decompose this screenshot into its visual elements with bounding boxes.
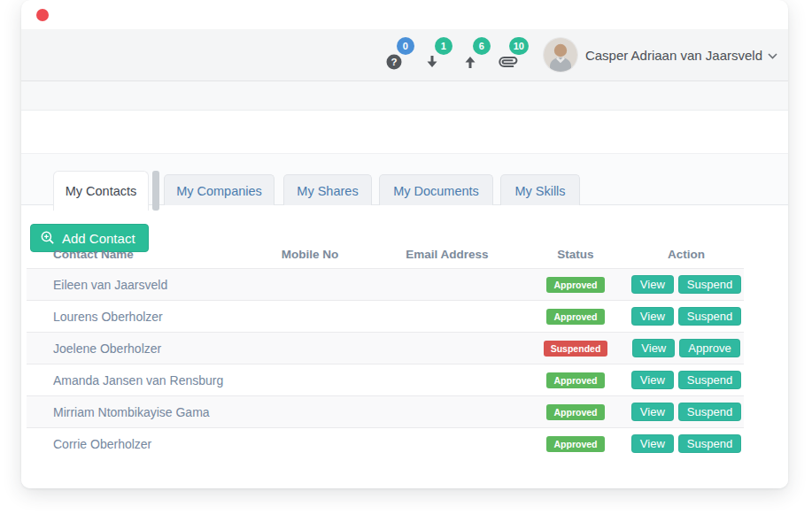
contact-name-cell: Joelene Oberholzer bbox=[27, 341, 248, 356]
count-badge: 1 bbox=[435, 37, 452, 55]
arrow-down-icon bbox=[423, 53, 441, 71]
action-cell: ViewSuspend bbox=[629, 307, 744, 326]
notification-arrow-up[interactable]: 6 bbox=[460, 36, 489, 73]
column-header-action: Action bbox=[629, 248, 744, 261]
status-cell: Suspended bbox=[522, 340, 629, 357]
tab-my-shares[interactable]: My Shares bbox=[283, 174, 372, 206]
view-button[interactable]: View bbox=[631, 371, 674, 389]
view-button[interactable]: View bbox=[631, 403, 674, 421]
tab-my-skills[interactable]: My Skills bbox=[500, 174, 580, 206]
avatar[interactable] bbox=[544, 38, 577, 72]
page: ?01610 Casper Adriaan van Jaarsveld My C… bbox=[0, 0, 812, 514]
status-badge: Suspended bbox=[544, 341, 608, 357]
table-header-row: Contact Name Mobile No Email Address Sta… bbox=[27, 240, 744, 268]
status-cell: Approved bbox=[522, 403, 629, 420]
tab-divider bbox=[152, 171, 159, 211]
approve-button[interactable]: Approve bbox=[679, 339, 739, 357]
window-close-dot[interactable] bbox=[36, 9, 49, 21]
action-cell: ViewSuspend bbox=[629, 434, 744, 453]
count-badge: 0 bbox=[397, 37, 414, 55]
contact-name-cell: Lourens Oberholzer bbox=[27, 310, 248, 324]
view-button[interactable]: View bbox=[631, 275, 674, 294]
user-name: Casper Adriaan van Jaarsveld bbox=[585, 48, 762, 63]
tab-my-companies[interactable]: My Companies bbox=[164, 174, 275, 206]
action-cell: ViewApprove bbox=[629, 339, 744, 357]
breadcrumb-strip bbox=[21, 81, 788, 111]
suspend-button[interactable]: Suspend bbox=[678, 371, 741, 389]
suspend-button[interactable]: Suspend bbox=[678, 434, 741, 453]
status-cell: Approved bbox=[522, 276, 629, 293]
status-cell: Approved bbox=[522, 372, 629, 388]
status-badge: Approved bbox=[546, 372, 604, 388]
status-badge: Approved bbox=[546, 277, 604, 293]
svg-text:?: ? bbox=[391, 57, 397, 67]
contacts-table: Contact Name Mobile No Email Address Sta… bbox=[27, 240, 744, 459]
view-button[interactable]: View bbox=[631, 307, 674, 326]
status-badge: Approved bbox=[546, 404, 604, 420]
status-cell: Approved bbox=[522, 308, 629, 325]
table-body: Eileen van JaarsveldApprovedViewSuspendL… bbox=[27, 268, 744, 459]
notification-paperclip[interactable]: 10 bbox=[499, 36, 527, 73]
status-badge: Approved bbox=[546, 309, 604, 325]
user-menu[interactable]: Casper Adriaan van Jaarsveld bbox=[585, 48, 777, 63]
action-cell: ViewSuspend bbox=[629, 275, 744, 294]
content-panel: Add Contact Contact Name Mobile No Email… bbox=[21, 205, 788, 488]
contact-name-cell: Amanda Jansen van Rensburg bbox=[27, 373, 248, 387]
table-row: Eileen van JaarsveldApprovedViewSuspend bbox=[27, 268, 744, 300]
contact-name-cell: Eileen van Jaarsveld bbox=[27, 278, 248, 292]
tab-my-contacts[interactable]: My Contacts bbox=[53, 171, 149, 211]
chevron-down-icon bbox=[768, 53, 777, 59]
suspend-button[interactable]: Suspend bbox=[678, 275, 741, 294]
arrow-up-icon bbox=[461, 53, 479, 71]
contact-name-cell: Corrie Oberholzer bbox=[27, 437, 248, 451]
question-circle-icon: ? bbox=[385, 53, 403, 71]
contact-name-cell: Mirriam Ntombikayise Gama bbox=[27, 405, 248, 419]
column-header-contact-name: Contact Name bbox=[27, 248, 248, 261]
action-cell: ViewSuspend bbox=[629, 371, 744, 389]
column-header-mobile-no: Mobile No bbox=[248, 248, 372, 261]
view-button[interactable]: View bbox=[631, 434, 674, 453]
column-header-email-address: Email Address bbox=[372, 248, 522, 261]
suspend-button[interactable]: Suspend bbox=[678, 403, 741, 421]
notification-arrow-down[interactable]: 1 bbox=[422, 36, 451, 73]
table-row: Mirriam Ntombikayise GamaApprovedViewSus… bbox=[27, 395, 744, 427]
notification-question-circle[interactable]: ?0 bbox=[384, 36, 413, 73]
tab-my-documents[interactable]: My Documents bbox=[379, 174, 493, 206]
paperclip-icon bbox=[499, 53, 517, 71]
table-row: Joelene OberholzerSuspendedViewApprove bbox=[27, 332, 744, 364]
status-badge: Approved bbox=[546, 436, 604, 452]
table-row: Lourens OberholzerApprovedViewSuspend bbox=[27, 300, 744, 332]
view-button[interactable]: View bbox=[632, 339, 675, 357]
app-header-bar: ?01610 Casper Adriaan van Jaarsveld bbox=[21, 29, 788, 81]
status-cell: Approved bbox=[522, 435, 629, 452]
suspend-button[interactable]: Suspend bbox=[678, 307, 741, 326]
table-row: Corrie OberholzerApprovedViewSuspend bbox=[27, 427, 744, 459]
column-header-status: Status bbox=[522, 248, 629, 261]
action-cell: ViewSuspend bbox=[629, 403, 744, 421]
count-badge: 10 bbox=[509, 37, 529, 55]
table-row: Amanda Jansen van RensburgApprovedViewSu… bbox=[27, 364, 744, 395]
app-window-card: ?01610 Casper Adriaan van Jaarsveld My C… bbox=[21, 0, 788, 488]
count-badge: 6 bbox=[473, 37, 491, 55]
notification-icons: ?01610 bbox=[384, 36, 537, 73]
